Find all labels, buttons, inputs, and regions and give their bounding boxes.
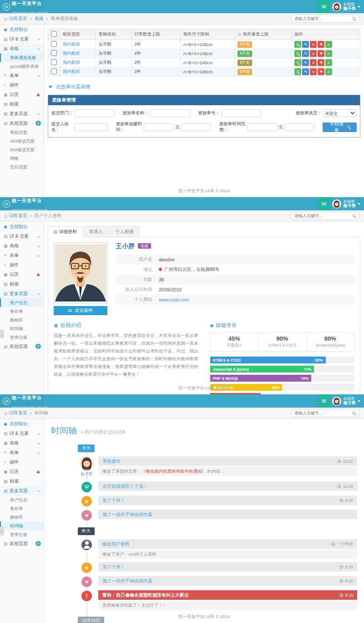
personal-website-link[interactable]: www.csair.com bbox=[159, 297, 189, 302]
user-avatar[interactable] bbox=[332, 199, 341, 209]
tab-details[interactable]: ▤详细资料 bbox=[48, 226, 83, 237]
sidebar-item-plugins[interactable]: +插件 bbox=[0, 457, 44, 467]
mail-button[interactable]: ✉ bbox=[318, 0, 330, 13]
search-icon[interactable] bbox=[352, 411, 356, 415]
column-header[interactable]: 操作 bbox=[292, 29, 360, 40]
tab-contacts[interactable]: 联系人 bbox=[84, 226, 109, 237]
sidebar-item-other-pages[interactable]: ▥其他页面5 bbox=[0, 118, 44, 128]
sidebar-subitem-login[interactable]: 登录注册 bbox=[0, 530, 44, 539]
delete-action-button[interactable]: × bbox=[310, 41, 317, 48]
mail-button[interactable]: ✉ bbox=[318, 394, 330, 408]
sidebar-subitem-timeline[interactable]: 时间轴 bbox=[0, 521, 44, 530]
timeline-item-title[interactable]: 加了个班！ bbox=[102, 564, 125, 570]
chevron-down-icon[interactable] bbox=[358, 400, 360, 402]
sidebar-item-gallery[interactable]: ▨相册 bbox=[0, 99, 44, 109]
sidebar-subitem-login[interactable]: 登录注册 bbox=[0, 333, 44, 342]
search-icon[interactable] bbox=[352, 214, 356, 218]
status-select[interactable]: 未提交 bbox=[323, 109, 357, 117]
timeline-item-title[interactable]: 加了个班！ bbox=[102, 497, 125, 504]
timeline-item-title[interactable]: 系统操作 bbox=[102, 458, 121, 465]
sidebar-item-dashboard[interactable]: ◉总控制台 bbox=[0, 222, 44, 231]
highlighted-article-title[interactable]: 《修改国内机票使用条件的通知》 bbox=[142, 469, 207, 474]
sidebar-item-forms[interactable]: ✎表单 bbox=[0, 448, 44, 457]
user-avatar[interactable] bbox=[332, 397, 341, 406]
created-to-input[interactable] bbox=[181, 123, 211, 131]
row-checkbox[interactable] bbox=[51, 59, 57, 65]
sidebar-item-more-pages[interactable]: ▧更多页面 bbox=[0, 289, 44, 298]
app-logo[interactable]: H 统一开发平台UNIFIED DEVELOPMENT PLATFORM bbox=[0, 197, 44, 210]
app-logo[interactable]: H 统一开发平台UNIFIED DEVELOPMENT PLATFORM bbox=[0, 0, 44, 13]
sidebar-subitem-blank[interactable]: 空白页面 bbox=[0, 163, 44, 171]
breadcrumb-link-home[interactable]: UI库首页 bbox=[9, 213, 27, 219]
row-checkbox[interactable] bbox=[51, 41, 57, 47]
breadcrumb-link-home[interactable]: UI库首页 bbox=[9, 410, 27, 416]
order-no-input[interactable] bbox=[221, 109, 261, 117]
breadcrumb-link-home[interactable]: UI库首页 bbox=[9, 15, 27, 22]
sidebar-subitem-user-info[interactable]: 用户信息 bbox=[0, 298, 44, 307]
range-to-input[interactable] bbox=[284, 123, 314, 131]
delete-action-button[interactable]: × bbox=[310, 59, 317, 66]
column-header[interactable]: ◎每件重量上限 bbox=[235, 29, 292, 40]
edit-action-button[interactable]: ✎ bbox=[302, 41, 309, 48]
approve-action-button[interactable]: ✓ bbox=[325, 59, 332, 66]
approve-action-button[interactable]: ✓ bbox=[325, 50, 332, 57]
global-search-input[interactable] bbox=[294, 16, 352, 21]
column-header[interactable]: 客舱级别 bbox=[96, 29, 131, 40]
timeline-item-title[interactable]: 警告：自己偷偷去饭堂吃饭没有叫上大家@ bbox=[102, 592, 189, 598]
sidebar-subitem-price-list[interactable]: 售价单 bbox=[0, 307, 44, 316]
flight-type-link[interactable]: 国内航班 bbox=[63, 41, 80, 46]
chevron-down-icon[interactable] bbox=[358, 6, 360, 8]
column-header[interactable]: 航班类型 bbox=[60, 29, 96, 40]
view-action-button[interactable] bbox=[294, 41, 301, 48]
sidebar-item-forms[interactable]: ✎表单 bbox=[0, 250, 44, 260]
timeline-item-title[interactable]: 修改用户资料 bbox=[102, 541, 130, 547]
mail-button[interactable]: ✉ bbox=[318, 197, 330, 210]
sidebar-item-other-pages[interactable]: ▥其他页面5 bbox=[0, 539, 44, 548]
sidebar-item-calendar[interactable]: ▣日历 bbox=[0, 270, 44, 279]
tab-photos[interactable]: 个人相册 bbox=[110, 226, 139, 237]
approve-action-button[interactable]: ✓ bbox=[325, 68, 332, 75]
sidebar-subitem-cart[interactable]: 购物车 bbox=[0, 316, 44, 324]
sidebar-item-gallery[interactable]: ▨相册 bbox=[0, 476, 44, 486]
sidebar-item-dashboard[interactable]: ◉总控制台 bbox=[0, 419, 44, 429]
sidebar-item-forms[interactable]: ✎表单 bbox=[0, 71, 44, 80]
chevron-down-icon[interactable] bbox=[358, 203, 360, 205]
created-from-input[interactable] bbox=[144, 123, 174, 131]
flag-action-button[interactable]: ⚑ bbox=[318, 50, 324, 57]
sidebar-subitem-500[interactable]: 500错误页面 bbox=[0, 145, 44, 154]
sidebar-subitem-cart[interactable]: 购物车 bbox=[0, 513, 44, 521]
sidebar-item-plugins[interactable]: +插件 bbox=[0, 80, 44, 90]
column-header[interactable]: 每件尺寸限制 bbox=[180, 29, 235, 40]
flag-action-button[interactable]: ⚑ bbox=[318, 41, 324, 48]
sidebar-item-more-pages[interactable]: ▧更多页面 bbox=[0, 109, 44, 118]
flight-type-link[interactable]: 国内航班 bbox=[63, 51, 80, 56]
sidebar-subitem-grid[interactable]: 网格 bbox=[0, 154, 44, 163]
timeline-item-title[interactable]: 做了一份关于例会的方案 bbox=[102, 511, 152, 518]
start-search-button[interactable]: 开始搜索 bbox=[323, 123, 357, 132]
sidebar-subitem-404[interactable]: 404错误页面 bbox=[0, 137, 44, 145]
edit-action-button[interactable]: ✎ bbox=[302, 59, 309, 66]
search-icon[interactable] bbox=[352, 17, 356, 21]
column-header[interactable]: 行李数量上限 bbox=[131, 29, 180, 40]
submitter-input[interactable] bbox=[74, 123, 108, 131]
user-avatar[interactable] bbox=[332, 2, 341, 11]
sidebar-item-gallery[interactable]: ▨相册 bbox=[0, 279, 44, 289]
sidebar-subitem-help[interactable]: 帮助页面 bbox=[0, 128, 44, 137]
sidebar-collapse-handle[interactable]: ‹ bbox=[0, 330, 4, 338]
timeline-item-title[interactable]: 去空姐饭堂吃了个饭！ bbox=[102, 483, 148, 490]
sidebar-item-tables[interactable]: ▦表格 bbox=[0, 241, 44, 250]
view-action-button[interactable] bbox=[294, 59, 301, 66]
view-action-button[interactable] bbox=[294, 50, 301, 57]
sidebar-subitem-timeline[interactable]: 时间轴 bbox=[0, 324, 44, 333]
sidebar-item-ui-elements[interactable]: ▤UI & 元素 bbox=[0, 429, 44, 438]
approve-action-button[interactable]: ✓ bbox=[325, 41, 332, 48]
sidebar-subitem-jqgrid-table[interactable]: jqGrid插件表格 bbox=[0, 62, 44, 71]
send-mail-button[interactable]: ✉发送邮件 bbox=[54, 306, 107, 315]
order-name-input[interactable] bbox=[150, 109, 190, 117]
flight-type-link[interactable]: 国内航班 bbox=[63, 60, 80, 65]
select-all-checkbox[interactable] bbox=[51, 31, 57, 37]
dept-input[interactable] bbox=[75, 109, 115, 117]
sidebar-subitem-price-list[interactable]: 售价单 bbox=[0, 504, 44, 513]
edit-action-button[interactable]: ✎ bbox=[302, 50, 309, 57]
sidebar-item-ui-elements[interactable]: ▤UI & 元素 bbox=[0, 34, 44, 44]
